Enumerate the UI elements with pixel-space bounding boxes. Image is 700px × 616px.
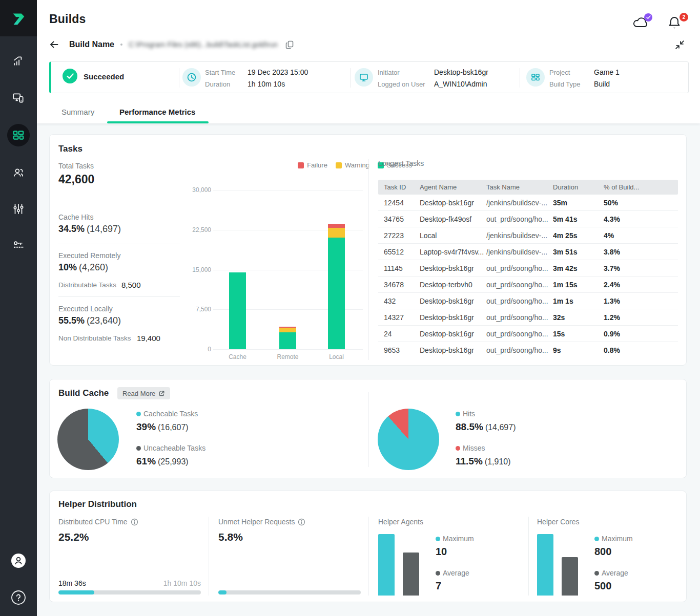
divider <box>368 517 369 596</box>
users-icon <box>12 166 25 179</box>
user-avatar[interactable] <box>7 549 30 572</box>
legend-dot <box>436 571 440 576</box>
table-row: 34678Desktop-terbvh0out_prd/soong/ho...1… <box>378 277 678 293</box>
cores-maximum-value: 800 <box>594 546 611 558</box>
sidebar-item-settings[interactable] <box>7 198 30 220</box>
table-cell: out_prd/soong/ho... <box>486 264 553 272</box>
table-cell: 4.3% <box>604 215 678 223</box>
table-cell: out_prd/soong/ho... <box>486 313 553 322</box>
helper-distribution-card: Helper Distribution Distributed CPU Time… <box>49 491 687 602</box>
table-cell: 24 <box>378 330 420 338</box>
build-status-bar: Succeeded Start Time 19 Dec 2023 15:00 D… <box>49 61 689 93</box>
collapse-panel-button[interactable] <box>675 40 685 52</box>
cloud-sync-button[interactable] <box>632 15 650 33</box>
tasks-stacked-bar-chart: CacheRemoteLocal <box>213 190 363 349</box>
helper-cores-maximum-bar <box>537 534 553 596</box>
cacheable-tasks-value: 39%(16,607) <box>136 421 189 433</box>
uncacheable-count: (25,993) <box>158 457 189 466</box>
duration-label: Duration <box>205 80 230 88</box>
table-row: 34765Desktop-fk49osfout_prd/soong/ho...5… <box>378 211 678 227</box>
project-label: Project <box>549 69 570 76</box>
sidebar-item-builds[interactable] <box>7 124 30 146</box>
legend-dot <box>136 446 141 451</box>
table-row: 11145Desktop-bsk16grout_prd/soong/ho...3… <box>378 260 678 277</box>
table-cell: 9653 <box>378 346 420 354</box>
read-more-label: Read More <box>122 390 155 397</box>
success-check-icon <box>63 69 77 83</box>
table-cell: 3.8% <box>604 248 678 256</box>
analytics-icon <box>12 55 25 68</box>
table-header-cell: Task Name <box>486 183 553 191</box>
x-axis-category-label: Cache <box>229 353 246 360</box>
table-row: 12454Desktop-bsk16gr/jenkins/buildsev-..… <box>378 195 678 211</box>
table-row: 14327Desktop-bsk16grout_prd/soong/ho...3… <box>378 309 678 326</box>
tab-performance-metrics[interactable]: Performance Metrics <box>119 108 195 116</box>
table-header-cell: Task ID <box>378 183 420 191</box>
table-cell: 50% <box>604 199 678 207</box>
executed-locally-pct: 55.5% <box>58 315 85 326</box>
divider <box>520 68 520 88</box>
divider <box>179 68 179 88</box>
divider <box>58 244 180 244</box>
table-cell: 1.3% <box>604 297 678 305</box>
bar-segment-success <box>328 238 345 349</box>
collapse-arrows-icon <box>675 40 685 50</box>
distributed-cpu-time-label: Distributed CPU Time <box>58 518 138 526</box>
cpu-time-total: 1h 10m 10s <box>58 579 201 587</box>
legend-swatch <box>336 162 342 168</box>
sidebar-item-agents[interactable] <box>7 87 30 110</box>
sidebar-item-users[interactable] <box>7 161 30 184</box>
avatar-icon <box>11 553 26 568</box>
table-cell: 65512 <box>378 248 420 256</box>
hits-label: Hits <box>463 410 475 418</box>
initiator-label: Initiator <box>378 69 400 76</box>
divider <box>528 517 529 596</box>
cacheable-tasks-pie-chart <box>57 409 119 470</box>
dot-separator <box>120 44 122 46</box>
back-button[interactable] <box>49 40 59 49</box>
table-cell: 3m 42s <box>553 264 604 272</box>
table-cell: Laptop-sv4r7f4vsv... <box>420 248 486 256</box>
cacheable-tasks-label: Cacheable Tasks <box>143 410 198 418</box>
divider <box>368 159 369 360</box>
info-icon[interactable] <box>131 518 138 526</box>
legend-item-warning: Warning <box>336 161 369 169</box>
agents-maximum-value: 10 <box>436 546 447 558</box>
misses-pct: 11.5% <box>456 456 483 466</box>
cache-hits-label: Cache Hits <box>58 213 93 221</box>
table-cell: 3.7% <box>604 264 678 272</box>
table-cell: Local <box>420 231 486 240</box>
sidebar-item-licenses[interactable] <box>7 233 30 256</box>
read-more-button[interactable]: Read More <box>117 387 170 399</box>
table-cell: 34678 <box>378 281 420 289</box>
longest-tasks-table: Task IDAgent NameTask NameDuration% of B… <box>378 180 678 358</box>
legend-label: Failure <box>307 161 327 169</box>
tab-summary[interactable]: Summary <box>61 108 94 116</box>
sidebar-item-dashboard[interactable] <box>7 50 30 73</box>
unmet-requests-progress-fill <box>218 590 227 594</box>
cores-average-label: Average <box>602 569 628 577</box>
unmet-requests-progress-bar <box>218 590 361 594</box>
table-cell: 11145 <box>378 264 420 272</box>
monitor-icon <box>355 68 373 87</box>
start-time-label: Start Time <box>205 69 235 76</box>
key-icon <box>12 238 25 251</box>
helper-cores-label: Helper Cores <box>537 518 579 526</box>
helper-distribution-title: Helper Distribution <box>58 499 137 509</box>
copy-icon <box>285 40 294 50</box>
help-button[interactable] <box>7 586 30 609</box>
table-cell: out_prd/soong/ho... <box>486 346 553 354</box>
table-cell: 0.9% <box>604 330 678 338</box>
unmet-helper-requests-text: Unmet Helper Requests <box>218 518 295 526</box>
copy-button[interactable] <box>285 40 294 50</box>
bar-segment-warning <box>328 228 345 238</box>
misses-label: Misses <box>463 444 485 452</box>
table-cell: Desktop-bsk16gr <box>420 346 486 354</box>
executed-locally-count: (23,640) <box>87 315 121 326</box>
executed-locally-label: Executed Locally <box>58 305 113 313</box>
app-logo[interactable] <box>0 0 37 36</box>
logged-on-user-label: Logged on User <box>378 80 425 88</box>
notifications-button[interactable]: 2 <box>667 15 685 33</box>
build-type-label: Build Type <box>549 80 580 88</box>
info-icon[interactable] <box>298 518 305 526</box>
